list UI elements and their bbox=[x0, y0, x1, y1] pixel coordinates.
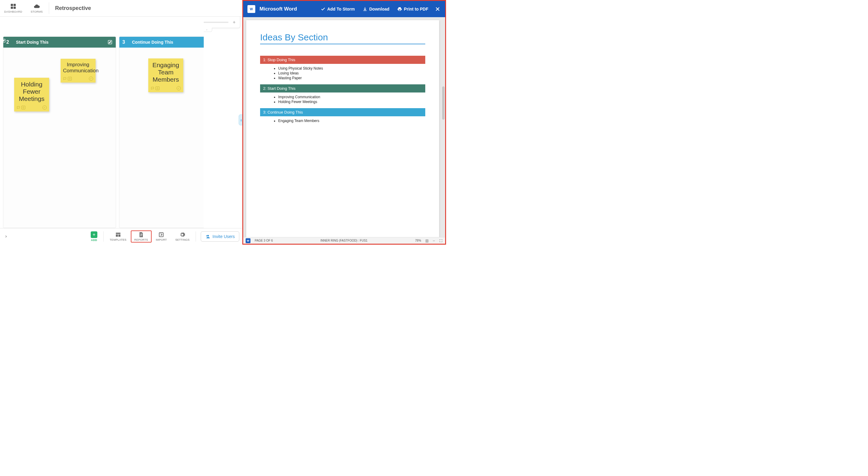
word-mini-icon: W bbox=[246, 238, 250, 243]
column-3-header[interactable]: 3 Continue Doing This bbox=[119, 37, 204, 47]
plus-icon: + bbox=[91, 231, 97, 238]
board-title[interactable]: Retrospective bbox=[51, 0, 95, 16]
reports-button[interactable]: REPORTS bbox=[131, 230, 152, 243]
svg-rect-2 bbox=[11, 7, 13, 9]
add-user-icon bbox=[205, 234, 210, 239]
settings-button[interactable]: SETTINGS bbox=[171, 230, 194, 243]
divider bbox=[195, 231, 196, 242]
import-button[interactable]: IMPORT bbox=[152, 230, 171, 243]
svg-rect-1 bbox=[13, 4, 16, 6]
column-2-title: Start Doing This bbox=[16, 40, 49, 44]
templates-button[interactable]: TEMPLATES bbox=[105, 230, 131, 243]
word-status-bar: W PAGE 3 OF 6 INNER RING (FASTFOOD) : FU… bbox=[243, 237, 445, 244]
download-button[interactable]: Download bbox=[361, 5, 391, 13]
list-item: Losing Ideas bbox=[278, 71, 425, 75]
document-title: Ideas By Section bbox=[260, 32, 425, 44]
svg-rect-16 bbox=[141, 235, 143, 235]
section-1-list: Using Physical Sticky Notes Losing Ideas… bbox=[278, 66, 425, 80]
sticky-note[interactable]: Engaging Team Members 0 ✓ bbox=[148, 58, 183, 92]
svg-rect-14 bbox=[119, 234, 121, 237]
column-3-title: Continue Doing This bbox=[132, 40, 173, 44]
document-viewport[interactable]: Ideas By Section 1: Stop Doing This Usin… bbox=[243, 17, 445, 237]
gear-icon bbox=[179, 232, 185, 238]
add-to-storm-label: Add To Storm bbox=[327, 7, 355, 11]
fullscreen-icon[interactable] bbox=[439, 239, 443, 243]
print-pdf-label: Print to PDF bbox=[404, 7, 428, 11]
column-2-header[interactable]: 2 Start Doing This bbox=[3, 37, 116, 47]
list-item: Engaging Team Members bbox=[278, 119, 425, 123]
svg-point-19 bbox=[207, 235, 209, 236]
status-zoom[interactable]: 78% bbox=[415, 239, 421, 242]
section-3-header: 3: Continue Doing This bbox=[260, 108, 425, 116]
print-pdf-button[interactable]: Print to PDF bbox=[396, 5, 430, 13]
status-ring: INNER RING (FASTFOOD) : FUS1 bbox=[320, 239, 367, 242]
bottom-toolbar: + ADD TEMPLATES REPORTS IMPORT SETTINGS … bbox=[0, 228, 242, 245]
sticky-count: 0 bbox=[156, 87, 159, 90]
column-3-number: 3 bbox=[122, 39, 128, 45]
sticky-count: 0 bbox=[22, 106, 25, 109]
comment-icon[interactable] bbox=[17, 106, 20, 109]
column-2-number: 2 bbox=[6, 39, 12, 45]
storms-button[interactable]: STORMS bbox=[27, 0, 47, 16]
word-panel-header: W Microsoft Word Add To Storm Download P… bbox=[243, 1, 445, 17]
grid-icon bbox=[10, 3, 17, 10]
page-view-icon[interactable]: ▥ bbox=[425, 239, 429, 243]
document-icon bbox=[138, 232, 144, 238]
dashboard-label: DASHBOARD bbox=[4, 10, 22, 13]
list-item: Holding Fewer Meetings bbox=[278, 100, 425, 104]
status-page[interactable]: PAGE 3 OF 6 bbox=[255, 239, 273, 242]
scrollbar[interactable] bbox=[441, 17, 444, 237]
word-icon: W bbox=[247, 5, 255, 13]
sticky-text: Holding Fewer Meetings bbox=[17, 81, 47, 102]
add-to-storm-button[interactable]: Add To Storm bbox=[319, 5, 357, 13]
cloud-icon bbox=[33, 3, 40, 10]
svg-rect-17 bbox=[141, 235, 142, 236]
column-2: 2 Start Doing This Holding Fewer Meeting… bbox=[3, 36, 116, 228]
check-icon[interactable]: ✓ bbox=[177, 86, 181, 90]
comment-icon[interactable] bbox=[63, 77, 67, 81]
list-item: Using Physical Sticky Notes bbox=[278, 66, 425, 70]
svg-rect-13 bbox=[116, 234, 118, 237]
column-3: 3 Continue Doing This Engaging Team Memb… bbox=[119, 36, 204, 228]
scrollbar-thumb[interactable] bbox=[442, 87, 444, 120]
svg-rect-12 bbox=[116, 232, 120, 234]
sticky-note[interactable]: Holding Fewer Meetings 0 ✓ bbox=[14, 78, 49, 112]
comment-icon[interactable] bbox=[151, 87, 154, 90]
list-item: Wasting Paper bbox=[278, 76, 425, 80]
section-1-header: 1: Stop Doing This bbox=[260, 56, 425, 64]
section-2-list: Improving Communication Holding Fewer Me… bbox=[278, 95, 425, 104]
divider bbox=[103, 231, 104, 242]
storms-label: STORMS bbox=[31, 10, 43, 13]
sticky-text: Engaging Team Members bbox=[151, 61, 181, 83]
expand-button[interactable] bbox=[3, 233, 9, 240]
svg-rect-15 bbox=[141, 234, 143, 234]
section-2-header: 2: Start Doing This bbox=[260, 84, 425, 93]
divider bbox=[49, 2, 49, 14]
svg-rect-3 bbox=[13, 7, 16, 9]
templates-label: TEMPLATES bbox=[110, 238, 127, 241]
board-canvas[interactable]: 2 Start Doing This Holding Fewer Meeting… bbox=[0, 17, 204, 228]
dash-icon[interactable]: – bbox=[433, 239, 435, 243]
check-icon[interactable]: ✓ bbox=[89, 76, 93, 81]
sticky-text: Improving Communication bbox=[63, 62, 93, 73]
sticky-count: 0 bbox=[68, 77, 72, 81]
check-icon[interactable]: ✓ bbox=[42, 105, 47, 110]
invite-users-button[interactable]: Invite Users bbox=[201, 231, 239, 242]
templates-icon bbox=[115, 232, 121, 238]
import-icon bbox=[158, 232, 164, 238]
add-button[interactable]: + ADD bbox=[87, 230, 101, 243]
svg-rect-18 bbox=[159, 232, 163, 236]
dashboard-button[interactable]: DASHBOARD bbox=[0, 0, 27, 16]
sticky-note[interactable]: Improving Communication 0 ✓ bbox=[61, 59, 96, 83]
close-button[interactable] bbox=[434, 5, 441, 13]
svg-rect-0 bbox=[11, 4, 13, 6]
section-3-list: Engaging Team Members bbox=[278, 119, 425, 123]
zoom-in-button[interactable]: + bbox=[231, 20, 237, 25]
add-label: ADD bbox=[91, 239, 97, 242]
settings-label: SETTINGS bbox=[176, 238, 190, 241]
word-preview-panel: W Microsoft Word Add To Storm Download P… bbox=[242, 0, 446, 245]
edit-icon[interactable] bbox=[107, 39, 113, 45]
document-page: Ideas By Section 1: Stop Doing This Usin… bbox=[246, 20, 439, 237]
download-label: Download bbox=[369, 7, 390, 11]
edit-icon[interactable] bbox=[1, 38, 6, 43]
